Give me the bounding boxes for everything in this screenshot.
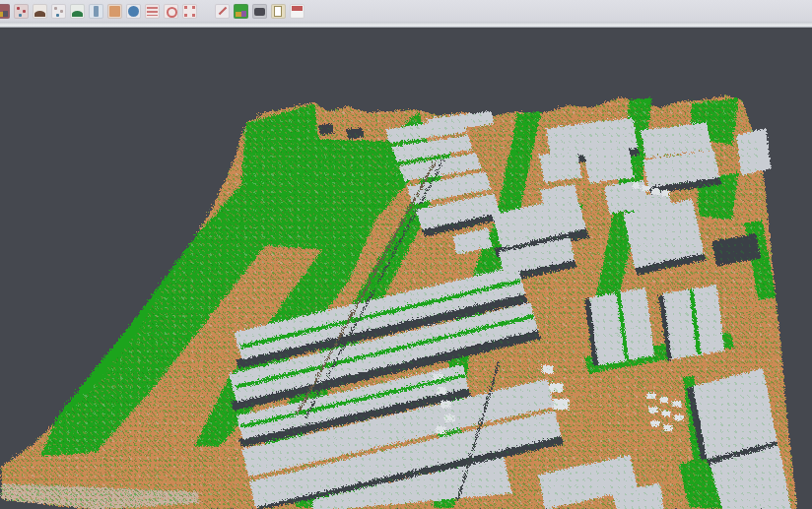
classify-icon[interactable] <box>0 4 10 19</box>
ground-icon-glyph <box>109 6 120 17</box>
roof-speckle-layer <box>0 28 812 509</box>
column-icon-glyph <box>94 6 99 17</box>
sparse-points-icon[interactable] <box>51 4 66 19</box>
export-icon-glyph <box>274 6 282 17</box>
globe-icon-glyph <box>128 6 139 17</box>
export-icon[interactable] <box>271 4 286 19</box>
camera-icon-glyph <box>254 8 265 16</box>
main-toolbar <box>0 0 812 22</box>
vegetation-icon-glyph <box>72 11 83 17</box>
classify-icon-glyph <box>0 6 8 17</box>
terrain-icon[interactable] <box>33 4 47 19</box>
points-icon-glyph <box>17 7 20 10</box>
points-icon[interactable] <box>14 4 29 19</box>
disable-icon[interactable] <box>215 4 230 19</box>
target-icon-glyph <box>167 7 177 18</box>
terrain-group <box>0 28 812 509</box>
layers-icon-glyph <box>147 7 158 16</box>
flag-icon-glyph <box>292 6 303 17</box>
classification-palette-icon-glyph <box>236 6 246 17</box>
3d-viewport[interactable] <box>0 28 812 509</box>
sparse-points-icon-glyph <box>54 7 57 10</box>
terrain-icon-glyph <box>34 11 45 17</box>
vegetation-icon[interactable] <box>70 4 85 19</box>
globe-icon[interactable] <box>126 4 141 19</box>
flag-icon[interactable] <box>290 4 304 19</box>
column-icon[interactable] <box>89 4 103 19</box>
classification-palette-icon[interactable] <box>234 4 248 19</box>
layers-icon[interactable] <box>145 4 160 19</box>
crop-icon-glyph <box>184 6 187 9</box>
crop-icon[interactable] <box>182 4 197 19</box>
target-icon[interactable] <box>164 4 178 19</box>
ground-icon[interactable] <box>107 4 122 19</box>
disable-icon-glyph <box>219 6 227 14</box>
point-cloud-scene <box>0 28 812 509</box>
camera-icon[interactable] <box>252 4 267 19</box>
app-window <box>0 0 812 509</box>
